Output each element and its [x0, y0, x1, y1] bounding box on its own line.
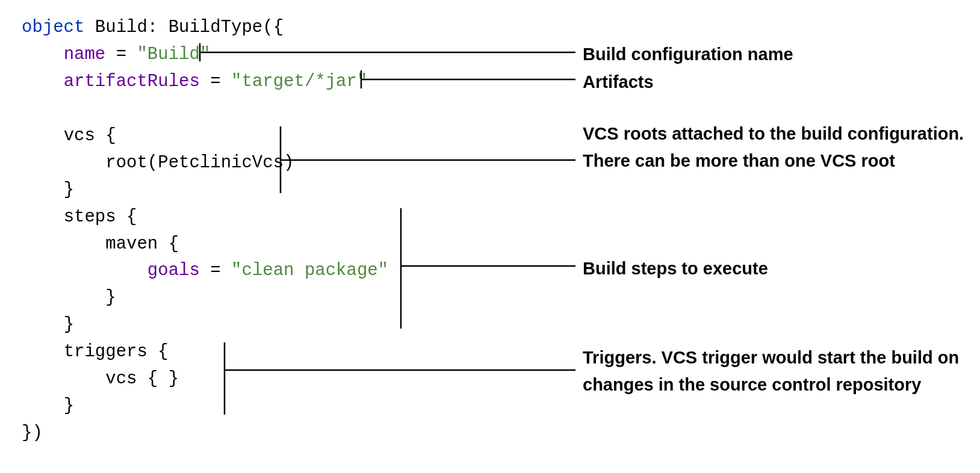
code-text: vcs { [64, 126, 116, 146]
annotation-build-steps: Build steps to execute [583, 255, 974, 282]
annotation-build-config-name: Build configuration name [583, 41, 974, 68]
code-operator: = [105, 45, 137, 64]
code-property: goals [147, 261, 200, 280]
code-text: } [64, 180, 74, 200]
code-operator: = [200, 261, 231, 280]
code-text: Build: BuildType({ [84, 17, 284, 37]
code-text: root(PetclinicVcs) [105, 153, 294, 173]
code-indent [22, 396, 64, 416]
code-text: } [105, 288, 116, 308]
code-text: vcs { } [105, 369, 179, 389]
code-indent [22, 288, 105, 308]
code-indent [22, 261, 147, 280]
code-indent [22, 207, 64, 227]
code-text: triggers { [64, 342, 169, 362]
code-indent [22, 126, 64, 146]
code-text: maven { [105, 234, 179, 254]
code-operator: = [200, 72, 231, 91]
code-indent [22, 45, 64, 64]
code-indent [22, 369, 105, 389]
code-property: artifactRules [64, 72, 200, 91]
code-indent [22, 315, 64, 335]
annotation-triggers: Triggers. VCS trigger would start the bu… [583, 344, 974, 398]
code-keyword: object [22, 17, 84, 37]
code-string: "clean package" [231, 261, 388, 280]
annotation-vcs-roots: VCS roots attached to the build configur… [583, 120, 974, 175]
code-indent [22, 153, 105, 173]
code-indent [22, 72, 64, 91]
code-text: steps { [64, 207, 137, 227]
code-text: } [64, 396, 74, 416]
code-indent [22, 234, 105, 254]
code-string: "Build" [137, 45, 210, 64]
code-text: }) [22, 423, 43, 443]
code-text: } [64, 315, 74, 335]
code-string: "target/*jar" [231, 72, 367, 91]
code-indent [22, 180, 64, 200]
diagram-container: object Build: BuildType({ name = "Build"… [22, 14, 958, 459]
code-snippet: object Build: BuildType({ name = "Build"… [22, 14, 388, 447]
annotation-artifacts: Artifacts [583, 69, 974, 96]
code-property: name [64, 45, 106, 64]
code-indent [22, 342, 64, 362]
